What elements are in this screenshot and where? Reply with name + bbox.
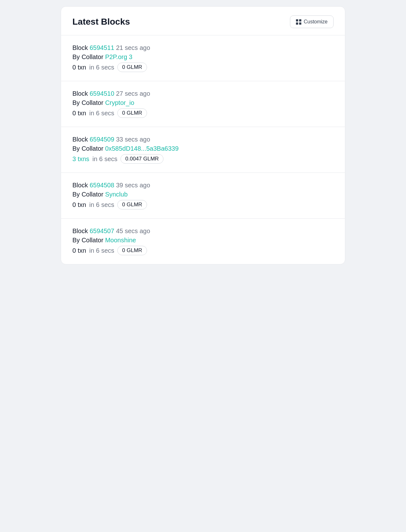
txn-duration: in 6 secs: [89, 64, 114, 71]
block-item: Block 6594507 45 secs agoBy Collator Moo…: [61, 219, 345, 264]
txn-count-link[interactable]: 3 txns: [72, 155, 89, 163]
collator-link[interactable]: 0x585dD148...5a3Ba6339: [105, 145, 178, 152]
collator-link[interactable]: Synclub: [105, 191, 127, 198]
block-line2-2: By Collator 0x585dD148...5a3Ba6339: [72, 145, 334, 152]
block-time: 33 secs ago: [116, 136, 150, 143]
block-item: Block 6594510 27 secs agoBy Collator Cry…: [61, 81, 345, 127]
block-line2-3: By Collator Synclub: [72, 191, 334, 198]
customize-button[interactable]: Customize: [290, 15, 334, 28]
block-line2-4: By Collator Moonshine: [72, 237, 334, 244]
txn-duration: in 6 secs: [89, 201, 114, 209]
block-line1-3: Block 6594508 39 secs ago: [72, 182, 334, 189]
reward-badge: 0 GLMR: [117, 63, 147, 72]
latest-blocks-card: Latest Blocks Customize Block 6594511 21…: [61, 6, 345, 264]
block-number-link[interactable]: 6594510: [89, 90, 114, 97]
block-item: Block 6594511 21 secs agoBy Collator P2P…: [61, 35, 345, 81]
collator-link[interactable]: Cryptor_io: [105, 99, 134, 106]
block-line2-0: By Collator P2P.org 3: [72, 53, 334, 61]
block-time: 27 secs ago: [116, 90, 150, 97]
txn-duration: in 6 secs: [92, 155, 117, 163]
block-item: Block 6594508 39 secs agoBy Collator Syn…: [61, 173, 345, 219]
txn-count: 0 txn: [72, 247, 86, 254]
block-line3-3: 0 txn in 6 secs 0 GLMR: [72, 200, 334, 209]
block-time: 21 secs ago: [116, 44, 150, 51]
page-title: Latest Blocks: [72, 17, 130, 27]
card-header: Latest Blocks Customize: [61, 7, 345, 35]
collator-link[interactable]: Moonshine: [105, 237, 136, 244]
block-line1-0: Block 6594511 21 secs ago: [72, 44, 334, 51]
block-line3-4: 0 txn in 6 secs 0 GLMR: [72, 246, 334, 255]
block-number-link[interactable]: 6594508: [89, 182, 114, 189]
block-time: 39 secs ago: [116, 182, 150, 189]
reward-badge: 0 GLMR: [117, 200, 147, 209]
reward-badge: 0 GLMR: [117, 246, 147, 255]
txn-count: 0 txn: [72, 110, 86, 117]
grid-icon: [296, 19, 301, 24]
block-line1-4: Block 6594507 45 secs ago: [72, 227, 334, 235]
txn-count: 0 txn: [72, 64, 86, 71]
block-number-link[interactable]: 6594509: [89, 136, 114, 143]
block-line3-1: 0 txn in 6 secs 0 GLMR: [72, 108, 334, 118]
block-line1-1: Block 6594510 27 secs ago: [72, 90, 334, 97]
block-number-link[interactable]: 6594511: [89, 44, 114, 51]
block-line1-2: Block 6594509 33 secs ago: [72, 136, 334, 143]
block-list: Block 6594511 21 secs agoBy Collator P2P…: [61, 35, 345, 264]
block-line2-1: By Collator Cryptor_io: [72, 99, 334, 106]
collator-link[interactable]: P2P.org 3: [105, 53, 132, 60]
block-number-link[interactable]: 6594507: [89, 227, 114, 234]
block-line3-0: 0 txn in 6 secs 0 GLMR: [72, 63, 334, 72]
block-line3-2: 3 txns in 6 secs 0.0047 GLMR: [72, 154, 334, 164]
reward-badge: 0 GLMR: [117, 108, 147, 118]
txn-duration: in 6 secs: [89, 247, 114, 254]
txn-duration: in 6 secs: [89, 110, 114, 117]
reward-badge: 0.0047 GLMR: [120, 154, 163, 164]
txn-count: 0 txn: [72, 201, 86, 209]
block-item: Block 6594509 33 secs agoBy Collator 0x5…: [61, 127, 345, 173]
block-time: 45 secs ago: [116, 227, 150, 234]
customize-label: Customize: [304, 19, 328, 25]
